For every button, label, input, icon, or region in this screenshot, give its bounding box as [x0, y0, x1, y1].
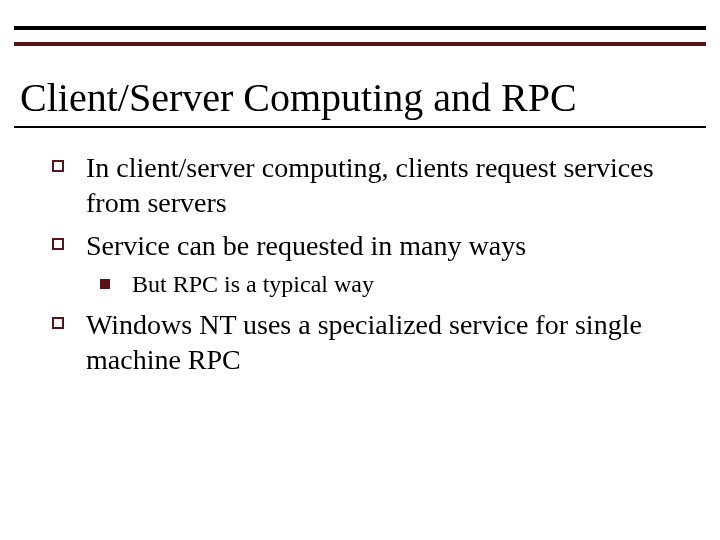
sub-bullet-item: But RPC is a typical way [86, 269, 680, 299]
bullet-item: Service can be requested in many ways Bu… [40, 228, 680, 299]
sub-bullet-list: But RPC is a typical way [86, 269, 680, 299]
top-rule-decoration [14, 26, 706, 46]
bullet-text: In client/server computing, clients requ… [86, 152, 654, 218]
sub-bullet-text: But RPC is a typical way [132, 271, 374, 297]
slide-title: Client/Server Computing and RPC [20, 76, 700, 120]
bullet-text: Service can be requested in many ways [86, 230, 526, 261]
bullet-item: In client/server computing, clients requ… [40, 150, 680, 220]
bullet-item: Windows NT uses a specialized service fo… [40, 307, 680, 377]
title-underline [14, 126, 706, 128]
bullet-text: Windows NT uses a specialized service fo… [86, 309, 642, 375]
slide: Client/Server Computing and RPC In clien… [0, 0, 720, 540]
bullet-list: In client/server computing, clients requ… [40, 150, 680, 377]
slide-body: In client/server computing, clients requ… [40, 150, 680, 385]
